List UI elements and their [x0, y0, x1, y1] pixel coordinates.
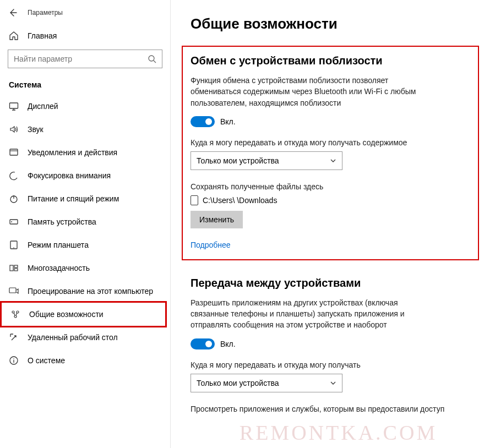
dropdown-value: Только мои устройства	[197, 156, 279, 165]
search-icon	[148, 54, 156, 63]
nav-label: Удаленный рабочий стол	[28, 333, 118, 342]
toggle-label: Вкл.	[220, 340, 236, 348]
svg-rect-2	[10, 149, 18, 155]
nearby-sharing-section: Обмен с устройствами поблизости Функция …	[182, 46, 479, 260]
sidebar-item-power[interactable]: Питание и спящий режим	[0, 187, 170, 210]
save-to-label: Сохранять полученные файлы здесь	[191, 182, 470, 191]
toggle-label: Вкл.	[220, 117, 236, 126]
sound-icon	[9, 124, 19, 134]
sidebar-item-shared[interactable]: Общие возможности	[0, 301, 167, 327]
chevron-down-icon	[330, 380, 336, 386]
sidebar-item-sound[interactable]: Звук	[0, 118, 170, 141]
nav-label: Уведомления и действия	[28, 148, 117, 157]
sidebar-item-display[interactable]: Дисплей	[0, 95, 170, 118]
content-area: Общие возможности Обмен с устройствами п…	[171, 0, 495, 448]
svg-point-14	[14, 315, 17, 318]
svg-rect-11	[9, 288, 16, 293]
section-desc: Функция обмена с устройствами поблизости…	[191, 75, 433, 108]
back-button[interactable]	[8, 8, 18, 18]
focus-icon	[9, 171, 19, 181]
share-with-label2: Куда я могу передавать и откуда могу пол…	[191, 360, 484, 369]
nav-label: Общие возможности	[29, 310, 104, 319]
nav-label: Фокусировка внимания	[28, 171, 111, 180]
display-icon	[9, 101, 19, 111]
apps-access-label: Просмотреть приложения и службы, которым…	[191, 405, 484, 413]
sidebar-item-about[interactable]: О системе	[0, 349, 170, 372]
section-title: Обмен с устройствами поблизости	[191, 54, 470, 67]
nav-label: Питание и спящий режим	[28, 194, 119, 203]
cross-device-toggle[interactable]	[191, 338, 215, 349]
nav-label: Режим планшета	[28, 241, 89, 249]
svg-rect-1	[10, 103, 18, 108]
nav-label: Память устройства	[28, 217, 96, 226]
device-icon	[191, 195, 198, 205]
page-title: Общие возможности	[191, 15, 484, 32]
nearby-toggle[interactable]	[191, 116, 215, 127]
svg-point-5	[11, 221, 12, 222]
sidebar-item-remote[interactable]: Удаленный рабочий стол	[0, 326, 170, 349]
learn-more-link[interactable]: Подробнее	[191, 241, 231, 249]
nav-label: Звук	[28, 125, 43, 134]
svg-point-0	[149, 56, 154, 61]
share-with-dropdown2[interactable]: Только мои устройства	[191, 374, 342, 392]
notifications-icon	[9, 147, 19, 157]
sidebar-item-multitask[interactable]: Многозадачность	[0, 256, 170, 280]
search-input[interactable]	[14, 54, 148, 63]
power-icon	[9, 194, 19, 204]
save-path: C:\Users\ \Downloads	[203, 196, 277, 205]
remote-icon	[9, 332, 19, 342]
search-box[interactable]	[8, 50, 162, 68]
multitask-icon	[9, 263, 19, 273]
sidebar-item-projecting[interactable]: Проецирование на этот компьютер	[0, 280, 170, 303]
about-icon	[9, 356, 19, 365]
home-label: Главная	[28, 31, 57, 40]
section-desc: Разрешить приложениям на других устройст…	[191, 297, 433, 331]
svg-rect-9	[14, 265, 18, 267]
sidebar-item-tablet[interactable]: Режим планшета	[0, 233, 170, 256]
share-with-dropdown[interactable]: Только мои устройства	[191, 151, 342, 170]
svg-rect-10	[14, 269, 18, 271]
nav-label: Дисплей	[28, 102, 58, 111]
app-title: Параметры	[28, 9, 63, 17]
back-arrow-icon	[8, 8, 17, 17]
sidebar-item-notifications[interactable]: Уведомления и действия	[0, 141, 170, 164]
sidebar: Параметры Главная Система Дисплей Звук У…	[0, 0, 171, 448]
tablet-icon	[9, 240, 19, 250]
titlebar: Параметры	[0, 4, 170, 25]
change-button[interactable]: Изменить	[191, 211, 243, 228]
svg-point-16	[13, 358, 14, 359]
category-label: Система	[0, 77, 170, 95]
dropdown-value: Только мои устройства	[197, 379, 279, 387]
project-icon	[9, 286, 19, 296]
share-with-label: Куда я могу передавать и откуда могу пол…	[191, 138, 470, 147]
cross-device-section: Передача между устройствами Разрешить пр…	[191, 277, 484, 413]
sidebar-item-focus[interactable]: Фокусировка внимания	[0, 164, 170, 187]
home-nav[interactable]: Главная	[0, 25, 170, 46]
save-path-row: C:\Users\ \Downloads	[191, 195, 470, 205]
home-icon	[9, 31, 19, 41]
svg-point-7	[13, 247, 14, 248]
shared-icon	[10, 309, 20, 319]
nav-label: О системе	[28, 356, 65, 365]
storage-icon	[9, 217, 19, 227]
section-title: Передача между устройствами	[191, 277, 484, 289]
cross-device-toggle-row: Вкл.	[191, 338, 484, 349]
svg-rect-8	[10, 265, 13, 271]
chevron-down-icon	[330, 157, 336, 164]
nav-label: Многозадачность	[28, 264, 90, 272]
sidebar-item-storage[interactable]: Память устройства	[0, 210, 170, 233]
nearby-toggle-row: Вкл.	[191, 116, 470, 127]
nav-label: Проецирование на этот компьютер	[28, 287, 153, 296]
